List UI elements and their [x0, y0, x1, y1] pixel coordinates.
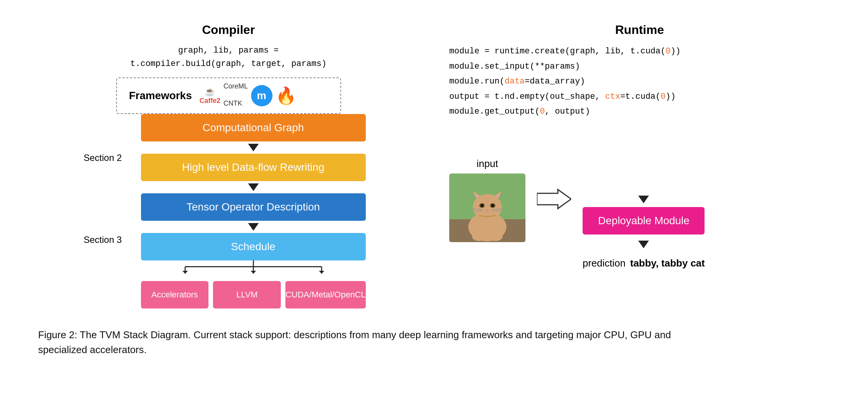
arrow-hl-tod — [248, 183, 259, 191]
llvm-block: LLVM — [213, 281, 281, 308]
input-section: input — [449, 158, 525, 242]
flame-icon: 🔥 — [275, 86, 296, 106]
frameworks-label: Frameworks — [129, 90, 192, 102]
arrow-input-deploy — [638, 196, 649, 203]
cntk-label: CNTK — [224, 100, 242, 108]
rt-code-2: module.set_input(**params) — [449, 59, 681, 74]
svg-point-26 — [489, 232, 503, 241]
bottom-blocks: Accelerators LLVM CUDA/Metal/OpenCL — [141, 281, 366, 308]
runtime-flow: input — [449, 131, 705, 269]
center-stack: Computational Graph High level Data-flow… — [133, 114, 373, 308]
svg-marker-3 — [182, 271, 188, 274]
figure-caption: Figure 2: The TVM Stack Diagram. Current… — [23, 328, 709, 357]
mxnet-logo: m — [251, 85, 272, 106]
schedule-block: Schedule — [141, 233, 366, 260]
sections-stack: Section 2 Section 3 Computational Graph … — [84, 114, 373, 308]
svg-point-25 — [472, 232, 486, 241]
arrow-tod-sched — [248, 223, 259, 231]
section3-label: Section 3 — [84, 235, 122, 245]
runtime-pipeline: Deployable Module prediction tabby, tabb… — [583, 131, 705, 269]
compiler-code: graph, lib, params = t.compiler.build(gr… — [130, 44, 327, 71]
computational-graph-block: Computational Graph — [141, 114, 366, 141]
spacer-runtime — [638, 131, 649, 203]
runtime-code: module = runtime.create(graph, lib, t.cu… — [449, 44, 681, 119]
fw-logos: ☕ Caffe2 CoreML CNTK m 🔥 — [199, 85, 296, 106]
svg-marker-7 — [319, 271, 324, 274]
rt-code-1: module = runtime.create(graph, lib, t.cu… — [449, 44, 681, 59]
caffe2-logo: ☕ Caffe2 — [199, 87, 220, 105]
deployable-block: Deployable Module — [583, 207, 705, 235]
cat-image — [449, 173, 525, 242]
compiler-title: Compiler — [202, 23, 255, 37]
code-line2: t.compiler.build(graph, target, params) — [130, 57, 327, 71]
multi-arrow-svg — [141, 260, 366, 279]
cuda-block: CUDA/Metal/OpenCL — [285, 281, 365, 308]
arrow-deploy-pred — [638, 241, 649, 248]
runtime-title: Runtime — [449, 23, 830, 37]
rt-code-5: module.get_output(0, output) — [449, 104, 681, 119]
svg-marker-5 — [250, 271, 256, 274]
accelerators-block: Accelerators — [141, 281, 209, 308]
arrow-cg-hl — [248, 144, 259, 151]
frameworks-box: Frameworks ☕ Caffe2 CoreML CNTK m 🔥 — [116, 77, 341, 114]
prediction-label: prediction — [583, 257, 626, 269]
prediction-value: tabby, tabby cat — [630, 257, 705, 269]
multi-arrow-container — [141, 260, 366, 279]
caffe2-cup-icon: ☕ — [205, 87, 215, 97]
section3-label-container: Section 3 — [84, 202, 133, 278]
input-label: input — [477, 158, 498, 170]
svg-point-19 — [492, 204, 494, 207]
prediction-row: prediction tabby, tabby cat — [583, 257, 705, 269]
code-line1: graph, lib, params = — [130, 44, 327, 57]
compiler-side: Compiler graph, lib, params = t.compiler… — [38, 23, 419, 308]
hollow-right-arrow — [537, 188, 571, 210]
rt-code-3: module.run(data=data_array) — [449, 74, 681, 89]
section2-label: Section 2 — [84, 153, 122, 163]
runtime-side: Runtime module = runtime.create(graph, l… — [449, 23, 830, 269]
diagram-area: Compiler graph, lib, params = t.compiler… — [23, 15, 845, 316]
svg-point-18 — [481, 204, 483, 207]
rt-code-4: output = t.nd.empty(out_shape, ctx=t.cud… — [449, 89, 681, 104]
left-labels: Section 2 Section 3 — [84, 114, 133, 278]
section2-label-container: Section 2 — [84, 114, 133, 202]
tensor-operator-block: Tensor Operator Description — [141, 193, 366, 221]
right-arrow-container — [537, 188, 571, 212]
main-container: Compiler graph, lib, params = t.compiler… — [23, 15, 845, 357]
coreml-label: CoreML — [224, 82, 248, 90]
high-level-block: High level Data-flow Rewriting — [141, 154, 366, 181]
svg-marker-27 — [537, 190, 571, 209]
